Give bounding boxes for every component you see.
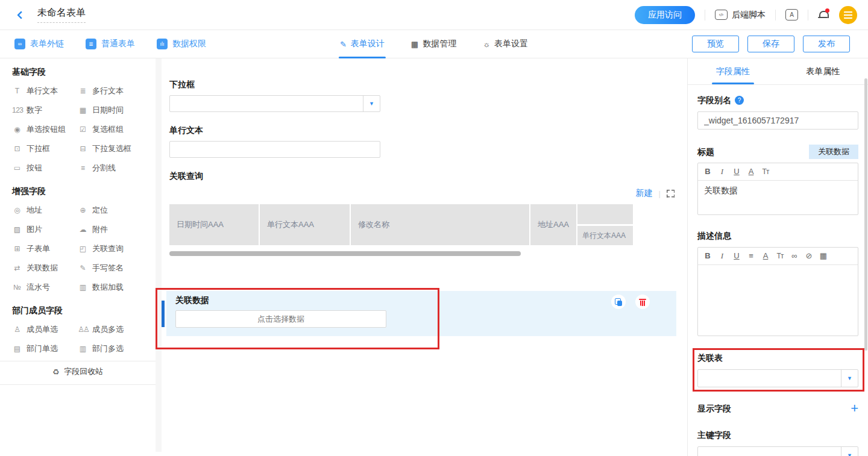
color-icon[interactable]: A [744, 163, 758, 180]
field-library-item[interactable]: ▥ 部门多选 [78, 339, 143, 358]
add-display-field-button[interactable]: + [851, 402, 858, 414]
field-library-item[interactable]: ⊡ 下拉框 [12, 139, 78, 158]
unchain-icon[interactable]: ⊘ [802, 248, 816, 264]
fontsize-icon[interactable]: Tт [773, 248, 787, 264]
select-icon: ⊡ [12, 145, 22, 153]
field-library-item[interactable]: ◉ 单选按钮组 [12, 120, 78, 139]
field-library-item[interactable]: ♙ 成员单选 [12, 320, 78, 339]
copy-icon [615, 298, 622, 306]
title-editor-content[interactable]: 关联数据 [698, 181, 858, 214]
field-library-item[interactable]: ✎ 手写签名 [78, 258, 143, 278]
help-icon[interactable]: ? [735, 96, 744, 105]
field-library-item[interactable]: ☁ 附件 [78, 220, 143, 239]
form-design-icon: ✎ [340, 40, 347, 49]
primary-key-select[interactable]: ▼ [697, 446, 858, 456]
field-library-item[interactable]: ▨ 图片 [12, 220, 78, 239]
subform-icon: ⊞ [12, 245, 22, 253]
bold-icon[interactable]: B [700, 163, 715, 180]
field-library-item[interactable]: ▦ 日期时间 [78, 101, 143, 120]
field-library-item[interactable]: ◰ 关联查询 [78, 239, 143, 258]
main-tab[interactable]: ▦ 数据管理 [411, 30, 456, 58]
main-tab[interactable]: ✎ 表单设计 [340, 30, 385, 58]
description-editor-content[interactable] [698, 265, 858, 336]
field-recycle-bin-button[interactable]: ♻ 字段回收站 [12, 361, 143, 382]
field-library-item[interactable]: T 单行文本 [12, 81, 78, 101]
color-icon[interactable]: A [758, 248, 773, 264]
section-title-basic: 基础字段 [12, 67, 143, 78]
field-library-item[interactable]: ⊟ 下拉复选框 [78, 139, 143, 158]
address-book-icon[interactable]: A [785, 9, 798, 20]
linked-data-picker[interactable] [175, 310, 386, 328]
publish-button[interactable]: 发布 [803, 36, 850, 52]
fullscreen-icon[interactable] [667, 190, 675, 198]
chain-icon[interactable]: ∞ [787, 248, 802, 264]
form-mode-link[interactable]: ∞ 表单外链 [14, 39, 64, 49]
field-library-item[interactable]: ≡ 分割线 [78, 158, 143, 178]
field-library-item[interactable]: ◎ 地址 [12, 201, 78, 220]
field-library-item[interactable]: ▭ 按钮 [12, 158, 78, 178]
field-library-item[interactable]: ▥ 数据加载 [78, 278, 143, 297]
linked-data-input[interactable] [176, 311, 386, 327]
caret-down-icon[interactable]: ▼ [841, 447, 858, 456]
insert-image-icon[interactable]: ▦ [816, 248, 831, 264]
save-button[interactable]: 保存 [747, 36, 794, 52]
external-link-icon: ∞ [14, 39, 25, 49]
text-control[interactable] [169, 141, 380, 158]
field-library-item[interactable]: 123 数字 [12, 101, 78, 120]
vertical-scrollbar[interactable] [864, 78, 867, 351]
copy-widget-button[interactable] [611, 295, 626, 309]
widget-label: 关联数据 [175, 295, 676, 305]
underline-icon[interactable]: U [729, 248, 744, 264]
field-library-item[interactable]: ⊕ 定位 [78, 201, 143, 220]
bold-icon[interactable]: B [700, 248, 715, 264]
canvas-widget-linked-data-selected[interactable]: 关联数据 [166, 291, 676, 336]
canvas-widget-lookup[interactable]: 关联查询 新建 | 日期时间AAA 单行文本AAA 修改名称 地址AAA 单行文… [169, 171, 676, 256]
data-permission-icon: ılı [157, 39, 168, 49]
related-table-select[interactable]: ▼ [697, 369, 858, 387]
multi-select-icon: ⊟ [78, 145, 88, 153]
notification-bell-icon[interactable] [818, 10, 828, 20]
canvas-widget-select[interactable]: 下拉框 ▼ [169, 80, 676, 112]
main-tab[interactable]: ☼ 表单设置 [483, 30, 528, 58]
inspector-tab[interactable]: 字段属性 [688, 58, 778, 84]
new-record-link[interactable]: 新建 [636, 188, 653, 199]
field-library-item[interactable]: № 流水号 [12, 278, 78, 297]
field-library-item[interactable]: ⊞ 子表单 [12, 239, 78, 258]
code-icon: ‹/› [715, 10, 728, 20]
divider: | [659, 189, 661, 198]
caret-down-icon[interactable]: ▼ [841, 370, 858, 387]
datetime-icon: ▦ [78, 106, 88, 114]
field-library-item[interactable]: ≣ 多行文本 [78, 81, 143, 101]
toolbar: ∞ 表单外链 ≣ 普通表单 ılı 数据权限 ✎ 表单设计 ▦ 数据管理 [0, 30, 868, 58]
form-mode-link[interactable]: ılı 数据权限 [157, 39, 206, 49]
select-control[interactable]: ▼ [169, 95, 380, 112]
delete-widget-button[interactable] [635, 295, 650, 309]
title-badge[interactable]: 关联数据 [809, 145, 858, 159]
fontsize-icon[interactable]: Tт [758, 163, 773, 180]
italic-icon[interactable]: I [715, 248, 729, 264]
backend-script-button[interactable]: ‹/› 后端脚本 [715, 10, 766, 20]
back-button[interactable] [14, 8, 28, 22]
align-icon[interactable]: ≡ [744, 248, 758, 264]
widget-label: 关联查询 [169, 171, 676, 181]
app-access-button[interactable]: 应用访问 [635, 6, 695, 24]
italic-icon[interactable]: I [715, 163, 729, 180]
avatar[interactable] [839, 6, 857, 24]
form-title[interactable]: 未命名表单 [37, 7, 86, 23]
related-table-label: 关联表 [697, 353, 858, 363]
field-library-item[interactable]: ⇄ 关联数据 [12, 258, 78, 278]
field-library-item[interactable]: ▤ 部门单选 [12, 339, 78, 358]
field-library-item[interactable]: ☑ 复选框组 [78, 120, 143, 139]
canvas-widget-text[interactable]: 单行文本 [169, 125, 676, 158]
text-input[interactable] [170, 142, 380, 157]
description-editor: BIU≡ATт∞⊘▦ [697, 247, 858, 336]
alias-input[interactable] [697, 111, 858, 130]
caret-down-icon[interactable]: ▼ [363, 96, 380, 111]
horizontal-scrollbar[interactable] [169, 251, 521, 256]
underline-icon[interactable]: U [729, 163, 744, 180]
preview-button[interactable]: 预览 [692, 36, 739, 52]
inspector-tab[interactable]: 表单属性 [778, 58, 868, 84]
divider-icon: ≡ [78, 164, 88, 172]
form-mode-link[interactable]: ≣ 普通表单 [86, 39, 135, 49]
field-library-item[interactable]: ♙♙ 成员多选 [78, 320, 143, 339]
